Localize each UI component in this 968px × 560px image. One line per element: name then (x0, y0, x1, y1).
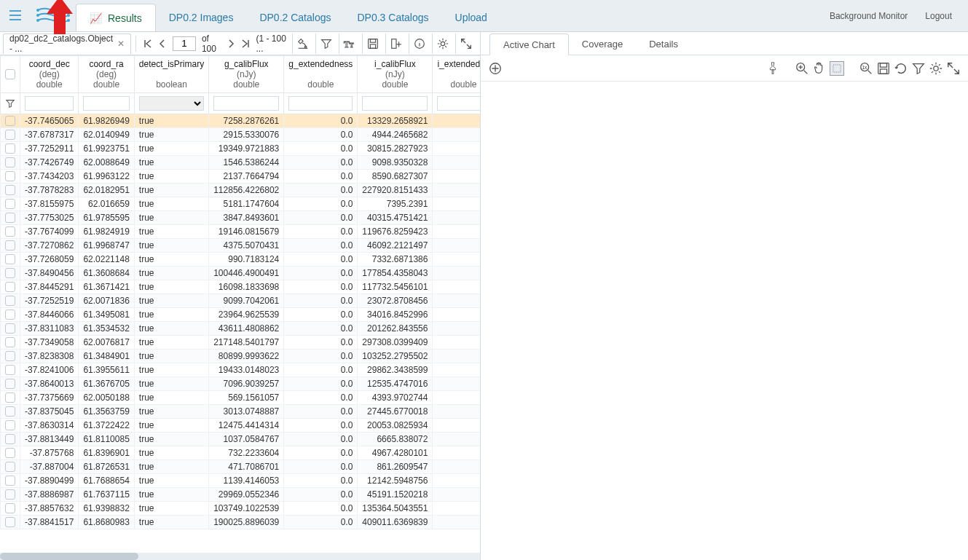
menu-icon[interactable] (4, 4, 26, 26)
table-row[interactable]: -37.824100661.3955611true19433.01480230.… (1, 363, 481, 377)
results-table[interactable]: coord_dec(deg)doublecoord_ra(deg)doubled… (0, 55, 480, 529)
table-row[interactable]: -37.775302561.9785595true3847.84936010.0… (1, 211, 481, 225)
filter-coord_dec[interactable] (25, 96, 74, 111)
row-checkbox[interactable] (5, 323, 15, 334)
zoom-reset-icon[interactable]: 1x (859, 61, 873, 76)
row-checkbox[interactable] (5, 517, 15, 527)
table-row[interactable]: -37.767409961.9824919true19146.08156790.… (1, 225, 481, 239)
pin-icon[interactable] (766, 61, 780, 76)
row-checkbox[interactable] (5, 448, 15, 458)
save-icon[interactable] (362, 33, 382, 54)
row-checkbox[interactable] (5, 157, 15, 167)
restore-icon[interactable] (894, 61, 908, 76)
last-page-icon[interactable] (240, 36, 251, 51)
table-row[interactable]: -37.725291161.9923751true19349.97218830.… (1, 142, 481, 156)
table-row[interactable]: -37.888698761.7637115true29969.05523460.… (1, 488, 481, 502)
select-mode-icon[interactable] (830, 61, 844, 76)
table-row[interactable]: -37.727086261.9968747true4375.50704310.0… (1, 239, 481, 253)
row-checkbox[interactable] (5, 254, 15, 264)
table-row[interactable]: -37.844606661.3495081true23964.96255390.… (1, 308, 481, 322)
nav-tab-dp0-3-catalogs[interactable]: DP0.3 Catalogs (344, 4, 441, 31)
row-checkbox[interactable] (5, 476, 15, 486)
row-checkbox[interactable] (5, 268, 15, 278)
table-row[interactable]: -37.742674962.0088649true1546.53862440.0… (1, 156, 481, 170)
table-row[interactable]: -37.734905862.0076817true217148.54017970… (1, 336, 481, 350)
row-checkbox[interactable] (5, 337, 15, 347)
row-checkbox[interactable] (5, 365, 15, 375)
row-checkbox[interactable] (5, 282, 15, 292)
select-all-checkbox[interactable] (5, 69, 15, 79)
row-checkbox[interactable] (5, 130, 15, 140)
prev-page-icon[interactable] (157, 36, 168, 51)
text-style-icon[interactable]: TT (339, 33, 359, 54)
logout-button[interactable]: Logout (916, 8, 961, 24)
chart-tab-active-chart[interactable]: Active Chart (489, 33, 569, 55)
row-checkbox[interactable] (5, 116, 15, 126)
table-row[interactable]: -37.885763261.9398832true103749.10225390… (1, 502, 481, 516)
add-column-icon[interactable] (385, 33, 406, 54)
row-checkbox[interactable] (5, 462, 15, 472)
column-header-g_calibFlux[interactable]: g_calibFlux(nJy)double (209, 56, 284, 93)
row-checkbox[interactable] (5, 420, 15, 430)
table-row[interactable]: -37.787828362.0182951true112856.42268020… (1, 184, 481, 197)
row-checkbox[interactable] (5, 213, 15, 223)
column-header-detect_isPrimary[interactable]: detect_isPrimary boolean (134, 56, 208, 93)
row-checkbox[interactable] (5, 143, 15, 154)
row-checkbox[interactable] (5, 503, 15, 513)
chart-tab-coverage[interactable]: Coverage (569, 33, 636, 55)
table-row[interactable]: -37.678731762.0140949true2915.53300760.0… (1, 128, 481, 142)
expand-icon[interactable] (455, 33, 476, 54)
column-header-coord_dec[interactable]: coord_dec(deg)double (20, 56, 79, 93)
column-header-i_calibFlux[interactable]: i_calibFlux(nJy)double (358, 56, 433, 93)
chart-expand-icon[interactable] (946, 61, 961, 76)
save-chart-icon[interactable] (876, 61, 891, 76)
close-icon[interactable]: ✕ (117, 39, 125, 49)
pan-icon[interactable] (812, 61, 827, 76)
chart-settings-icon[interactable] (929, 61, 943, 76)
table-row[interactable]: -37.726805962.0221148true990.71831240.07… (1, 253, 481, 267)
row-checkbox[interactable] (5, 199, 15, 209)
table-row[interactable]: -37.831108361.3534532true43611.48088620.… (1, 322, 481, 336)
table-row[interactable]: -37.863031461.3722422true12475.44143140.… (1, 419, 481, 433)
nav-tab-dp0-2-images[interactable]: DP0.2 Images (156, 4, 247, 31)
row-checkbox[interactable] (5, 351, 15, 361)
nav-tab-dp0-2-catalogs[interactable]: DP0.2 Catalogs (246, 4, 344, 31)
filter-coord_ra[interactable] (83, 96, 129, 111)
row-checkbox[interactable] (5, 240, 15, 251)
settings-icon[interactable] (432, 33, 452, 54)
table-row[interactable]: -37.849045661.3608684true100446.49004910… (1, 267, 481, 280)
zoom-in-icon[interactable] (795, 61, 809, 76)
microscope-icon[interactable] (292, 33, 312, 54)
filter-i_calibFlux[interactable] (362, 96, 428, 111)
column-header-coord_ra[interactable]: coord_ra(deg)double (79, 56, 134, 93)
chart-tab-details[interactable]: Details (636, 33, 691, 55)
table-row[interactable]: -37.864001361.3676705true7096.90392570.0… (1, 377, 481, 391)
info-icon[interactable] (409, 33, 429, 54)
filter-i_extendedne[interactable] (437, 96, 480, 111)
filter-g_extendedness[interactable] (288, 96, 353, 111)
page-input[interactable] (173, 36, 196, 51)
row-checkbox[interactable] (5, 489, 15, 500)
row-checkbox[interactable] (5, 406, 15, 417)
column-header-g_extendedness[interactable]: g_extendedness double (284, 56, 358, 93)
add-chart-icon[interactable] (488, 61, 503, 76)
row-checkbox[interactable] (5, 309, 15, 320)
table-row[interactable]: -37.881344961.8110085true1037.05847670.0… (1, 433, 481, 446)
table-row[interactable]: -37.725251962.0071836true9099.70420610.0… (1, 294, 481, 308)
table-row[interactable]: -37.815597562.016659true5181.17476040.07… (1, 197, 481, 211)
column-header-i_extendedne[interactable]: i_extendedne double (433, 56, 480, 93)
first-page-icon[interactable] (142, 36, 154, 51)
next-page-icon[interactable] (225, 36, 237, 51)
row-checkbox[interactable] (5, 185, 15, 195)
chart-filter-icon[interactable] (911, 61, 926, 76)
nav-tab-results[interactable]: 📈Results (76, 4, 156, 31)
table-row[interactable]: -37.844529161.3671421true16098.18336980.… (1, 280, 481, 294)
table-row[interactable]: -37.884151761.8680983true190025.88960390… (1, 516, 481, 529)
row-checkbox[interactable] (5, 171, 15, 181)
table-row[interactable]: -37.87576861.8396901true732.22336040.049… (1, 446, 481, 460)
table-row[interactable]: -37.837504561.3563759true3013.07488870.0… (1, 405, 481, 419)
row-checkbox[interactable] (5, 379, 15, 389)
row-checkbox[interactable] (5, 296, 15, 306)
table-row[interactable]: -37.88700461.8726531true471.70867010.086… (1, 460, 481, 474)
table-row[interactable]: -37.823830861.3484901true80899.99936220.… (1, 350, 481, 363)
